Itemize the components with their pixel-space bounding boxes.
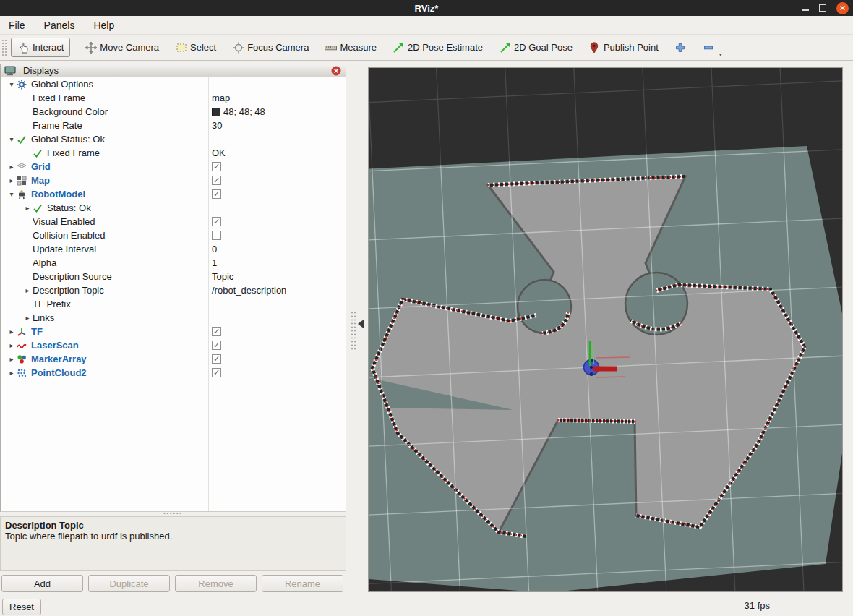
expand-right-icon[interactable]: ▸ xyxy=(7,341,17,349)
robot-icon xyxy=(17,189,31,200)
tool-add-tool[interactable] xyxy=(669,38,693,56)
tree-row-update-interval[interactable]: Update Interval0 xyxy=(1,242,346,256)
splitter-collapse-icon[interactable] xyxy=(358,320,364,328)
window-controls: ✕ xyxy=(802,0,849,16)
tool-measure[interactable]: Measure xyxy=(319,38,382,56)
expand-right-icon[interactable]: ▸ xyxy=(22,204,33,212)
tool-focus-camera[interactable]: Focus Camera xyxy=(226,38,314,56)
toolbar-drag-handle[interactable] xyxy=(1,39,8,56)
checkbox-checked[interactable]: ✓ xyxy=(212,189,221,199)
tree-row-status-ok[interactable]: ▸Status: Ok xyxy=(1,201,346,215)
property-value[interactable]: ✓ xyxy=(212,187,221,201)
property-label: MarkerArray xyxy=(31,354,87,364)
tree-row-links[interactable]: ▸Links xyxy=(1,311,346,325)
check-icon xyxy=(33,148,47,158)
tool-2d-goal-pose[interactable]: 2D Goal Pose xyxy=(493,38,578,56)
checkbox-checked[interactable]: ✓ xyxy=(212,162,221,171)
menu-help[interactable]: Help xyxy=(93,20,114,31)
robot-wheel xyxy=(590,372,593,376)
tool-2d-pose-estimate[interactable]: 2D Pose Estimate xyxy=(387,38,489,56)
tree-row-description-topic[interactable]: ▸Description Topic/robot_description xyxy=(1,283,346,297)
tree-row-fixed-frame[interactable]: Fixed Framemap xyxy=(1,91,346,105)
property-value[interactable]: 0 xyxy=(212,242,217,256)
minimize-icon[interactable] xyxy=(802,9,809,11)
focus-icon xyxy=(232,41,244,54)
expand-down-icon[interactable]: ▾ xyxy=(7,80,17,88)
property-value[interactable]: ✓ xyxy=(212,366,221,380)
menu-file[interactable]: File xyxy=(9,20,25,31)
property-value[interactable] xyxy=(212,228,221,242)
expand-right-icon[interactable]: ▸ xyxy=(7,355,17,363)
panel-splitter[interactable] xyxy=(346,64,369,591)
tree-row-robotmodel[interactable]: ▾RobotModel✓ xyxy=(1,187,346,201)
reset-button[interactable]: Reset xyxy=(2,599,41,615)
checkbox-checked[interactable]: ✓ xyxy=(212,327,221,336)
property-value[interactable]: map xyxy=(212,91,230,105)
property-value[interactable]: ✓ xyxy=(212,325,221,338)
checkbox-checked[interactable]: ✓ xyxy=(212,354,221,364)
expand-down-icon[interactable]: ▾ xyxy=(7,135,17,143)
tool-interact[interactable]: Interact xyxy=(11,38,70,57)
dropdown-caret-icon[interactable]: ▾ xyxy=(719,51,722,58)
expand-right-icon[interactable]: ▸ xyxy=(7,328,17,335)
tree-row-tf-prefix[interactable]: TF Prefix xyxy=(1,297,346,311)
tree-row-global-options[interactable]: ▾Global Options xyxy=(1,77,346,91)
property-value[interactable]: 30 xyxy=(212,119,222,132)
tool-remove-tool[interactable]: ▾ xyxy=(697,38,721,56)
property-label: Visual Enabled xyxy=(33,216,95,227)
rename-button[interactable]: Rename xyxy=(262,575,343,592)
property-value[interactable]: 1 xyxy=(212,256,217,270)
render-viewport[interactable] xyxy=(369,68,842,591)
expand-down-icon[interactable]: ▾ xyxy=(7,190,17,198)
tree-row-global-status-ok[interactable]: ▾Global Status: Ok xyxy=(1,132,346,146)
tool-select[interactable]: Select xyxy=(169,38,222,56)
tree-row-map[interactable]: ▸Map✓ xyxy=(1,174,346,187)
displays-tree: ▾Global OptionsFixed FramemapBackground … xyxy=(0,77,346,512)
expand-right-icon[interactable]: ▸ xyxy=(22,314,33,322)
tree-row-collision-enabled[interactable]: Collision Enabled xyxy=(1,228,346,242)
tree-row-visual-enabled[interactable]: Visual Enabled✓ xyxy=(1,215,346,228)
property-value[interactable]: OK xyxy=(212,146,226,160)
menu-panels[interactable]: Panels xyxy=(44,20,75,31)
property-value[interactable]: /robot_description xyxy=(212,283,286,297)
remove-button[interactable]: Remove xyxy=(175,575,257,592)
property-value[interactable]: 48; 48; 48 xyxy=(212,105,265,119)
expand-right-icon[interactable]: ▸ xyxy=(7,369,17,377)
checkbox-unchecked[interactable] xyxy=(212,231,221,240)
property-value[interactable]: Topic xyxy=(212,270,233,283)
close-icon[interactable]: ✕ xyxy=(836,2,849,14)
tree-row-description-source[interactable]: Description SourceTopic xyxy=(1,270,346,283)
add-button[interactable]: Add xyxy=(1,575,83,592)
maximize-icon[interactable] xyxy=(819,4,826,12)
tree-row-grid[interactable]: ▸Grid✓ xyxy=(1,160,346,174)
tree-row-fixed-frame[interactable]: Fixed FrameOK xyxy=(1,146,346,160)
tree-row-pointcloud2[interactable]: ▸PointCloud2✓ xyxy=(1,366,346,380)
splitter-grip[interactable] xyxy=(351,311,356,351)
tree-row-frame-rate[interactable]: Frame Rate30 xyxy=(1,119,346,132)
tool-publish-point[interactable]: Publish Point xyxy=(583,38,664,56)
duplicate-button[interactable]: Duplicate xyxy=(88,575,170,592)
expand-right-icon[interactable]: ▸ xyxy=(7,176,17,184)
tree-row-tf[interactable]: ▸TF✓ xyxy=(1,325,346,338)
property-value[interactable]: ✓ xyxy=(212,215,221,228)
checkbox-checked[interactable]: ✓ xyxy=(212,217,221,226)
tool-move-camera[interactable]: Move Camera xyxy=(79,38,165,56)
property-value[interactable]: ✓ xyxy=(212,174,221,187)
robot-center xyxy=(590,366,593,369)
expand-right-icon[interactable]: ▸ xyxy=(22,286,33,294)
property-value[interactable]: ✓ xyxy=(212,338,221,352)
tree-row-alpha[interactable]: Alpha1 xyxy=(1,256,346,270)
displays-panel-title: Displays xyxy=(23,65,59,76)
property-value[interactable]: ✓ xyxy=(212,160,221,174)
checkbox-checked[interactable]: ✓ xyxy=(212,368,221,377)
checkbox-checked[interactable]: ✓ xyxy=(212,341,221,350)
tree-row-laserscan[interactable]: ▸LaserScan✓ xyxy=(1,338,346,352)
panel-close-icon[interactable] xyxy=(331,66,342,77)
expand-right-icon[interactable]: ▸ xyxy=(7,163,17,171)
tree-row-markerarray[interactable]: ▸MarkerArray✓ xyxy=(1,352,346,366)
check-icon xyxy=(17,134,31,145)
property-value[interactable]: ✓ xyxy=(212,352,221,366)
tree-help-splitter[interactable]: •••••• xyxy=(0,512,346,516)
tree-row-background-color[interactable]: Background Color48; 48; 48 xyxy=(1,105,346,119)
checkbox-checked[interactable]: ✓ xyxy=(212,176,221,185)
